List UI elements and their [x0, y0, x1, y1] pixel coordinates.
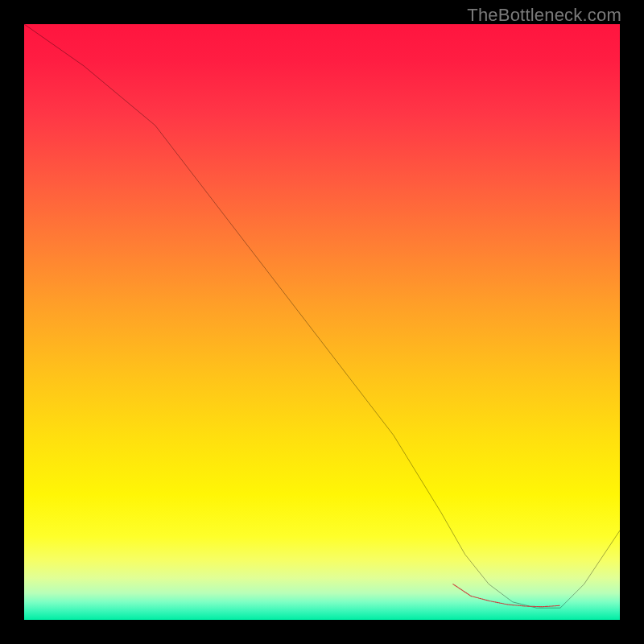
chart-frame: TheBottleneck.com: [0, 0, 644, 644]
series-curve: [24, 24, 620, 608]
plot-area: [24, 24, 620, 620]
watermark-text: TheBottleneck.com: [467, 5, 621, 26]
series-highlight-min: [453, 584, 560, 607]
chart-overlay: [24, 24, 620, 620]
